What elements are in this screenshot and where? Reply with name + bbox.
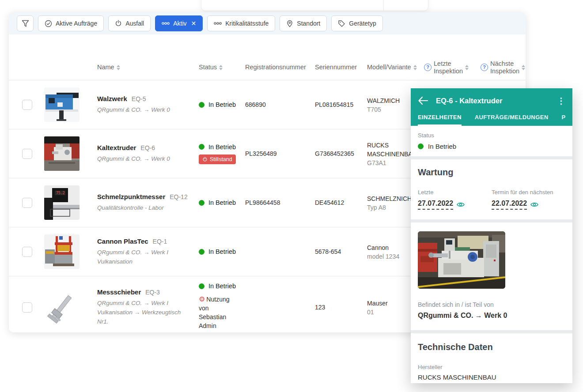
equipment-thumbnail <box>44 290 80 324</box>
model-variant: Typ A8 <box>367 204 415 211</box>
tab-praeventiv[interactable]: PRÄVE <box>562 114 565 126</box>
status-dot <box>199 249 204 255</box>
row-checkbox[interactable] <box>22 100 32 110</box>
next-maintenance-label: Termin für den nächsten <box>492 189 565 196</box>
tab-einzelheiten[interactable]: EINZELHEITEN <box>418 114 462 126</box>
status-dot <box>199 144 204 150</box>
equipment-code: EQ-3 <box>145 289 160 296</box>
check-circle-icon <box>45 20 52 27</box>
stillstand-badge: Stillstand <box>199 155 236 164</box>
back-arrow-icon[interactable] <box>418 96 428 105</box>
filter-label: Ausfall <box>125 20 144 27</box>
equipment-code: EQ-1 <box>153 238 167 245</box>
equipment-code: EQ-5 <box>132 95 146 102</box>
manufacturer-value: RUCKS MASCHINENBAU <box>418 373 565 381</box>
filter-label: Aktiv <box>173 20 186 27</box>
registration-number: 686890 <box>236 101 306 108</box>
eye-icon[interactable] <box>530 202 538 207</box>
model-variant: 01 <box>367 309 415 316</box>
tab-auftraege-meldungen[interactable]: AUFTRÄGE/MELDUNGEN <box>475 114 549 126</box>
equipment-name: Messschieber <box>97 288 141 296</box>
filter-button[interactable] <box>17 15 34 31</box>
gear-icon: ⚙ <box>199 295 205 303</box>
sort-icon[interactable] <box>219 65 223 70</box>
serial-number: G7368452365 <box>306 150 358 157</box>
equipment-name: Kaltextruder <box>97 144 136 151</box>
funnel-icon <box>22 20 29 27</box>
filter-aktive-auftraege-button[interactable]: Aktive Aufträge <box>38 15 104 31</box>
filter-label: Aktive Aufträge <box>56 20 97 27</box>
close-icon[interactable]: ✕ <box>191 20 197 27</box>
table-header: Name Status Registrationsnummer Seriennu… <box>9 55 526 80</box>
cutoff-popover <box>201 0 428 11</box>
next-maintenance-date[interactable]: 22.07.2022 <box>492 200 527 210</box>
panel-status-section: Status In Betrieb <box>411 126 572 156</box>
column-next-inspection: Nächste Inspektion <box>490 60 519 75</box>
located-in-label: Befindet sich in / ist Teil von <box>418 301 565 308</box>
last-maintenance-label: Letzte <box>418 189 492 196</box>
equipment-location-2: Vulkanisation → Werkzeugtisch Nr1. <box>97 308 190 326</box>
column-last-inspection: Letzte Inspektion <box>434 60 463 75</box>
maintenance-heading: Wartung <box>418 167 565 177</box>
filter-geraetetyp-button[interactable]: Gerätetyp <box>331 15 382 31</box>
equipment-detail-panel: EQ-6 - Kaltextruder ⋮ EINZELHEITEN AUFTR… <box>411 88 572 383</box>
usage-note: ⚙Nutzung von Sebastian Admin <box>199 295 236 330</box>
criticality-dots-icon <box>214 22 222 25</box>
sort-icon[interactable] <box>465 65 469 70</box>
equipment-location: Qualitätskontrolle - Labor <box>97 203 190 212</box>
technical-heading: Technische Daten <box>418 342 565 352</box>
sort-icon[interactable] <box>522 65 525 70</box>
filter-standort-button[interactable]: Standort <box>280 15 327 31</box>
registration-number: PL3256489 <box>236 150 306 157</box>
serial-number: 5678-654 <box>306 248 358 255</box>
panel-maintenance-section: Wartung Letzte 27.07.2022 Termin für den… <box>411 159 572 219</box>
tag-icon <box>338 20 345 27</box>
row-checkbox[interactable] <box>22 302 32 313</box>
eye-icon[interactable] <box>457 202 465 207</box>
svg-text:75.2: 75.2 <box>56 191 64 195</box>
row-checkbox[interactable] <box>22 149 32 159</box>
panel-tabs: EINZELHEITEN AUFTRÄGE/MELDUNGEN PRÄVE <box>418 114 565 126</box>
model-name: RUCKS MASCHINENBAU <box>367 141 415 158</box>
panel-photo-section: Befindet sich in / ist Teil von QRgummi … <box>411 222 572 330</box>
equipment-code: EQ-12 <box>170 193 187 200</box>
row-checkbox[interactable] <box>22 198 32 208</box>
kebab-menu-icon[interactable]: ⋮ <box>557 97 565 105</box>
filter-label: Standort <box>297 20 320 27</box>
status-text: In Betrieb <box>208 199 236 206</box>
filter-label: Gerätetyp <box>349 20 376 27</box>
panel-technical-section: Technische Daten Hersteller RUCKS MASCHI… <box>411 333 572 383</box>
help-icon[interactable]: ? <box>481 64 488 71</box>
filter-kritikalitaetsstufe-button[interactable]: Kritikalitätsstufe <box>207 15 275 31</box>
status-text: In Betrieb <box>208 283 236 290</box>
last-maintenance-date[interactable]: 27.07.2022 <box>418 200 453 210</box>
equipment-name: Walzwerk <box>97 95 127 102</box>
equipment-code: EQ-6 <box>140 144 155 151</box>
filter-aktiv-chip[interactable]: Aktiv ✕ <box>155 15 203 31</box>
registration-number: PL98664458 <box>236 199 306 206</box>
status-text: In Betrieb <box>208 143 236 151</box>
status-dot <box>418 143 424 149</box>
equipment-location: QRgummi & CO. → Werk 0 <box>97 154 190 163</box>
located-in-value: QRgummi & CO. → Werk 0 <box>418 312 565 320</box>
row-checkbox[interactable] <box>22 247 32 257</box>
status-dot <box>199 283 204 289</box>
column-registration: Registrationsnummer <box>245 64 306 71</box>
equipment-location-2: Vulkanisation <box>97 257 190 266</box>
equipment-location: QRgummi & CO. → Werk 0 <box>97 105 190 114</box>
model-variant: G73A1 <box>367 159 415 166</box>
column-status: Status <box>199 64 217 71</box>
filter-label: Kritikalitätsstufe <box>225 20 269 27</box>
equipment-location: QRgummi & CO. → Werk I <box>97 298 190 308</box>
location-pin-icon <box>286 20 293 27</box>
model-name: WALZMICH <box>367 96 415 105</box>
status-dot <box>199 102 204 108</box>
filter-ausfall-button[interactable]: Ausfall <box>108 15 151 31</box>
equipment-thumbnail: 75.2 <box>44 185 80 220</box>
sort-icon[interactable] <box>117 65 120 70</box>
machine-down-icon <box>202 157 208 162</box>
serial-number: 123 <box>306 304 358 311</box>
model-name: Cannon <box>367 243 415 252</box>
column-serial: Seriennummer <box>315 64 357 71</box>
help-icon[interactable]: ? <box>424 64 432 71</box>
